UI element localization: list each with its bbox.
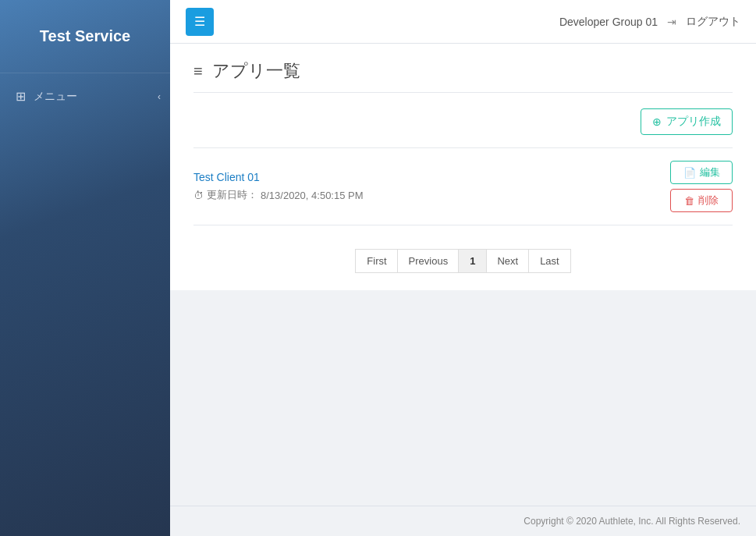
first-page-button[interactable]: First <box>355 249 398 273</box>
delete-label: 削除 <box>698 193 719 208</box>
delete-button[interactable]: 🗑 削除 <box>670 189 733 212</box>
sidebar-menu-label: メニュー <box>34 90 77 104</box>
page-title: アプリ一覧 <box>212 59 300 83</box>
app-item-row: Test Client 01 ⏱ 更新日時： 8/13/2020, 4:50:1… <box>193 147 733 225</box>
plus-icon: ⊕ <box>652 115 662 128</box>
sidebar-logo: Test Service <box>0 0 170 73</box>
last-page-button[interactable]: Last <box>528 249 571 273</box>
edit-label: 編集 <box>700 165 720 179</box>
sidebar-item-menu[interactable]: ⊞ メニュー ‹ <box>0 80 170 113</box>
previous-page-button[interactable]: Previous <box>397 249 460 273</box>
item-info: Test Client 01 ⏱ 更新日時： 8/13/2020, 4:50:1… <box>193 171 670 202</box>
main-content: ☰ Developer Group 01 ⇥ ログアウト ≡ アプリ一覧 ⊕ ア… <box>170 0 756 536</box>
edit-icon: 📄 <box>683 167 696 179</box>
pagination: First Previous 1 Next Last <box>193 249 733 273</box>
action-bar: ⊕ アプリ作成 <box>193 108 733 135</box>
current-page-button[interactable]: 1 <box>458 249 487 273</box>
edit-button[interactable]: 📄 編集 <box>670 161 733 184</box>
item-date: ⏱ 更新日時： 8/13/2020, 4:50:15 PM <box>193 188 670 202</box>
logout-icon: ⇥ <box>667 16 676 28</box>
chevron-icon: ‹ <box>158 91 161 102</box>
grid-icon: ⊞ <box>16 89 26 104</box>
item-name-link[interactable]: Test Client 01 <box>193 171 260 183</box>
footer-area <box>170 290 756 506</box>
page-header: ≡ アプリ一覧 <box>193 59 733 93</box>
item-actions: 📄 編集 🗑 削除 <box>670 161 733 212</box>
create-app-button[interactable]: ⊕ アプリ作成 <box>641 108 733 135</box>
logout-button[interactable]: ログアウト <box>686 15 740 29</box>
updated-date: 8/13/2020, 4:50:15 PM <box>261 190 364 201</box>
hamburger-button[interactable]: ☰ <box>186 8 214 36</box>
topbar-user-info: Developer Group 01 ⇥ ログアウト <box>559 15 740 29</box>
topbar: ☰ Developer Group 01 ⇥ ログアウト <box>170 0 756 44</box>
copyright-text: Copyright © 2020 Authlete, Inc. All Righ… <box>524 516 740 527</box>
clock-icon: ⏱ <box>193 190 204 201</box>
list-icon: ≡ <box>193 62 203 80</box>
footer-bar: Copyright © 2020 Authlete, Inc. All Righ… <box>170 506 756 536</box>
updated-label: 更新日時： <box>207 188 257 202</box>
create-app-label: アプリ作成 <box>666 115 721 129</box>
trash-icon: 🗑 <box>684 195 694 207</box>
sidebar: Test Service ⊞ メニュー ‹ <box>0 0 170 536</box>
user-group-label: Developer Group 01 <box>559 16 658 28</box>
page-content: ≡ アプリ一覧 ⊕ アプリ作成 Test Client 01 ⏱ 更新日時： <box>170 44 756 290</box>
next-page-button[interactable]: Next <box>485 249 530 273</box>
